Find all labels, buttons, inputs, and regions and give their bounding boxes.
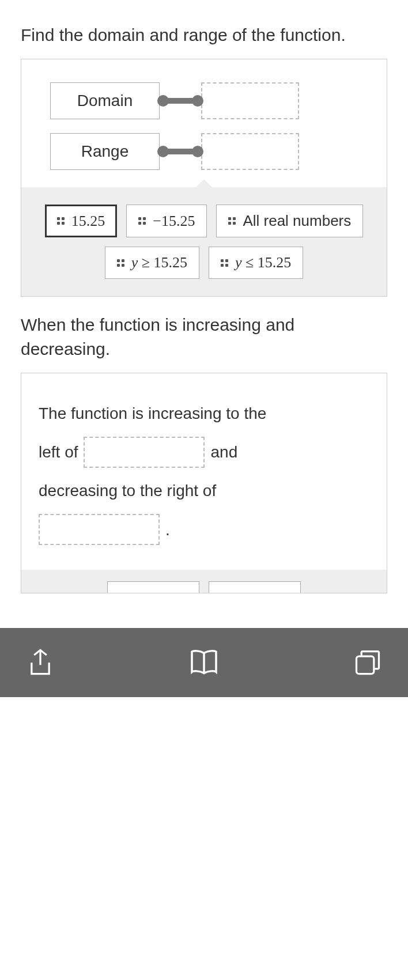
- domain-drop-target[interactable]: [201, 82, 299, 119]
- fill-text: decreasing to the right of: [39, 471, 216, 510]
- bottom-toolbar: [0, 628, 408, 697]
- chip-label: y ≤ 15.25: [235, 254, 291, 271]
- fill-text: and: [210, 433, 237, 471]
- question-2-prompt: When the function is increasing and decr…: [21, 313, 387, 361]
- chip-label: 15.25: [71, 213, 105, 230]
- option-chip-y-ge[interactable]: y ≥ 15.25: [105, 247, 199, 279]
- fill-text: left of: [39, 433, 78, 471]
- share-icon: [25, 648, 55, 678]
- chip-label: All real numbers: [243, 212, 351, 230]
- book-button[interactable]: [187, 645, 221, 680]
- drag-handle-icon: [138, 217, 146, 225]
- option-chip-y-le[interactable]: y ≤ 15.25: [209, 247, 303, 279]
- option-chip-hidden-2[interactable]: [209, 581, 301, 593]
- drag-handle-icon: [57, 217, 65, 225]
- option-chip-hidden-1[interactable]: [107, 581, 199, 593]
- blank-2-drop-target[interactable]: [39, 514, 160, 545]
- options-tray-2: [21, 570, 387, 593]
- tabs-button[interactable]: [350, 645, 385, 680]
- match-area: Domain Range: [21, 59, 387, 187]
- range-drop-target[interactable]: [201, 133, 299, 170]
- match-row-range: Range: [50, 133, 358, 170]
- option-chip-all-real[interactable]: All real numbers: [216, 205, 363, 237]
- svg-rect-0: [357, 656, 374, 673]
- tabs-icon: [353, 648, 383, 678]
- option-chip-neg-15-25[interactable]: −15.25: [126, 205, 207, 237]
- drag-handle-icon: [221, 259, 228, 267]
- fill-blank-area: The function is increasing to the left o…: [21, 373, 387, 570]
- chip-label: −15.25: [153, 213, 195, 230]
- question-1-prompt: Find the domain and range of the functio…: [21, 23, 387, 47]
- drag-handle-icon: [117, 259, 124, 267]
- domain-label: Domain: [50, 82, 160, 119]
- options-tray-1: 15.25 −15.25 All real numbers y ≥ 15.25 …: [21, 187, 387, 296]
- fill-text: The function is increasing to the: [39, 394, 266, 433]
- blank-1-drop-target[interactable]: [84, 437, 205, 468]
- connector-icon: [160, 147, 201, 156]
- chip-label: y ≥ 15.25: [131, 254, 187, 271]
- range-label: Range: [50, 133, 160, 170]
- fill-text: .: [165, 510, 170, 549]
- drag-handle-icon: [228, 217, 236, 225]
- question-1-panel: Domain Range 15.25 −15.25 All real numb: [21, 59, 387, 297]
- question-2-panel: The function is increasing to the left o…: [21, 373, 387, 593]
- connector-icon: [160, 97, 201, 105]
- book-icon: [188, 646, 220, 679]
- option-chip-15-25[interactable]: 15.25: [45, 205, 118, 237]
- match-row-domain: Domain: [50, 82, 358, 119]
- share-button[interactable]: [23, 645, 58, 680]
